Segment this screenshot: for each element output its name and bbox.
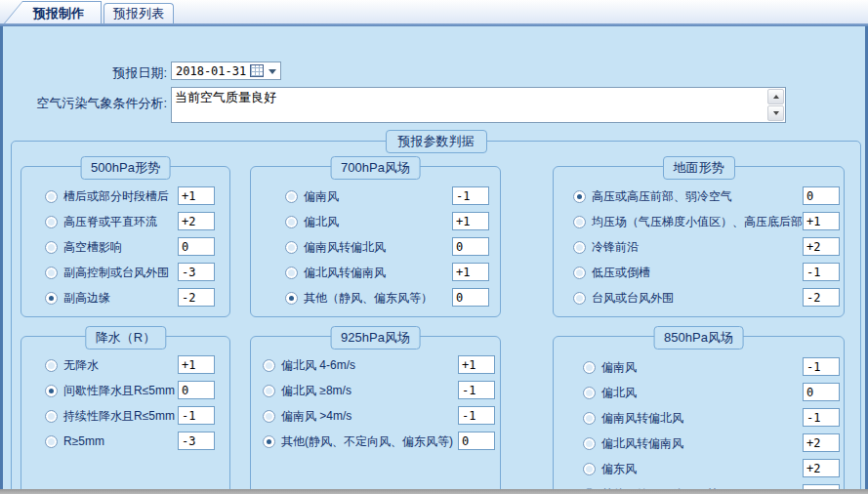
radio-button[interactable] [45,241,58,254]
criterion-value-input[interactable] [178,263,215,281]
criterion-label: 偏北风 [601,385,637,401]
criterion-row: 偏北风 ≥8m/s [251,378,500,403]
criterion-value-input[interactable] [803,383,840,401]
radio-button[interactable] [573,267,586,279]
chevron-down-icon[interactable] [269,69,276,74]
criterion-row: R≥5mm [21,429,229,454]
criterion-value-input[interactable] [803,237,840,256]
criterion-row: 偏南风转偏北风 [554,405,844,431]
radio-button[interactable] [583,361,596,374]
tab-label: 预报制作 [33,5,84,22]
criterion-label: 偏南风转偏北风 [601,410,683,427]
radio-button[interactable] [285,216,298,228]
scroll-up-button[interactable] [767,89,784,104]
criterion-label: 均压场（气压梯度小值区）、高压底后部 [592,214,803,230]
criterion-row: 均压场（气压梯度小值区）、高压底后部 [554,209,844,234]
up-arrow-icon [773,95,779,99]
criterion-value-input[interactable] [452,186,489,205]
scroll-down-button[interactable] [767,105,784,121]
criterion-value-input[interactable] [458,381,495,399]
radio-button[interactable] [583,412,596,425]
radio-button[interactable] [573,241,586,254]
criterion-label: 低压或倒槽 [592,265,650,281]
criterion-row: 高压脊或平直环流 [21,209,229,234]
criterion-value-input[interactable] [803,186,840,205]
radio-button[interactable] [285,241,298,254]
radio-button[interactable] [263,359,275,372]
radio-button[interactable] [573,216,586,228]
criterion-row: 偏北风 [554,380,844,405]
criterion-label: 高压或高压前部、弱冷空气 [592,188,732,205]
criterion-value-input[interactable] [803,433,840,452]
criterion-value-input[interactable] [803,288,840,307]
date-picker[interactable]: 2018-01-31 [171,62,281,80]
group-925hpa-wind: 925hPa风场 偏北风 4-6m/s 偏北风 ≥8m/s 偏南风 >4m/s … [250,336,501,494]
criterion-label: 偏南风 [304,188,339,205]
analysis-textarea[interactable]: 当前空气质量良好 [171,87,786,123]
criterion-row: 副高边缘 [21,285,229,310]
criterion-label: 副高边缘 [63,290,110,307]
radio-button[interactable] [45,385,58,397]
radio-button[interactable] [263,410,275,423]
criterion-label: 无降水 [63,357,99,374]
radio-button[interactable] [45,267,58,279]
radio-button[interactable] [285,190,298,203]
radio-button[interactable] [583,387,596,399]
criterion-value-input[interactable] [178,237,215,256]
group-title: 700hPa风场 [330,156,421,180]
radio-button[interactable] [583,463,596,475]
criterion-value-input[interactable] [803,212,840,230]
radio-button[interactable] [285,267,298,279]
criterion-label: 偏北风转偏南风 [601,435,683,452]
date-label: 预报日期: [32,64,167,82]
criterion-value-input[interactable] [803,408,840,427]
window-bottom-edge [0,489,868,494]
criterion-row: 偏南风 [554,354,844,380]
criterion-value-input[interactable] [178,288,215,307]
radio-button[interactable] [45,435,58,448]
criterion-value-input[interactable] [178,355,215,374]
criterion-value-input[interactable] [458,406,495,425]
radio-button[interactable] [263,385,275,397]
group-title: 850hPa风场 [653,326,744,350]
forecast-form-panel: 预报日期: 2018-01-31 空气污染气象条件分析: 当前空气质量良好 预报… [0,26,868,489]
criterion-value-input[interactable] [178,432,215,450]
radio-button[interactable] [285,292,298,305]
criterion-label: 其他(静风、不定向风、偏东风等) [281,433,453,450]
criterion-value-input[interactable] [178,381,215,399]
criterion-value-input[interactable] [803,459,840,477]
radio-button[interactable] [573,190,586,203]
textarea-scrollbar[interactable] [767,89,784,121]
criterion-value-input[interactable] [803,357,840,376]
radio-button[interactable] [45,216,58,228]
criteria-title: 预报参数判据 [386,130,487,153]
criterion-value-input[interactable] [452,263,489,281]
criterion-row: 低压或倒槽 [554,260,844,285]
criterion-value-input[interactable] [452,237,489,256]
group-850hpa-wind: 850hPa风场 偏南风 偏北风 偏南风转偏北风 偏北风转偏南风 [553,336,845,494]
criterion-value-input[interactable] [178,186,215,205]
criterion-value-input[interactable] [458,355,495,374]
analysis-label: 空气污染气象条件分析: [21,95,167,112]
criterion-row: 槽后或部分时段槽后 [21,184,229,209]
tab-forecast-create[interactable]: 预报制作 [4,1,102,23]
criterion-label: 偏南风 [601,359,637,376]
criterion-value-input[interactable] [458,432,495,450]
criterion-value-input[interactable] [452,212,489,230]
radio-button[interactable] [45,410,58,423]
radio-button[interactable] [263,435,275,448]
criterion-label: 偏南风转偏北风 [304,239,386,256]
criterion-row: 其他（静风、偏东风等） [251,285,500,310]
radio-button[interactable] [583,437,596,450]
radio-button[interactable] [45,190,58,203]
criterion-row: 高压或高压前部、弱冷空气 [554,184,844,209]
radio-button[interactable] [45,359,58,372]
criterion-value-input[interactable] [178,212,215,230]
tab-forecast-list[interactable]: 预报列表 [103,3,174,23]
radio-button[interactable] [45,292,58,305]
criterion-value-input[interactable] [178,406,215,425]
calendar-icon[interactable] [250,64,264,77]
radio-button[interactable] [573,292,586,305]
criterion-value-input[interactable] [803,263,840,281]
criterion-value-input[interactable] [452,288,489,307]
